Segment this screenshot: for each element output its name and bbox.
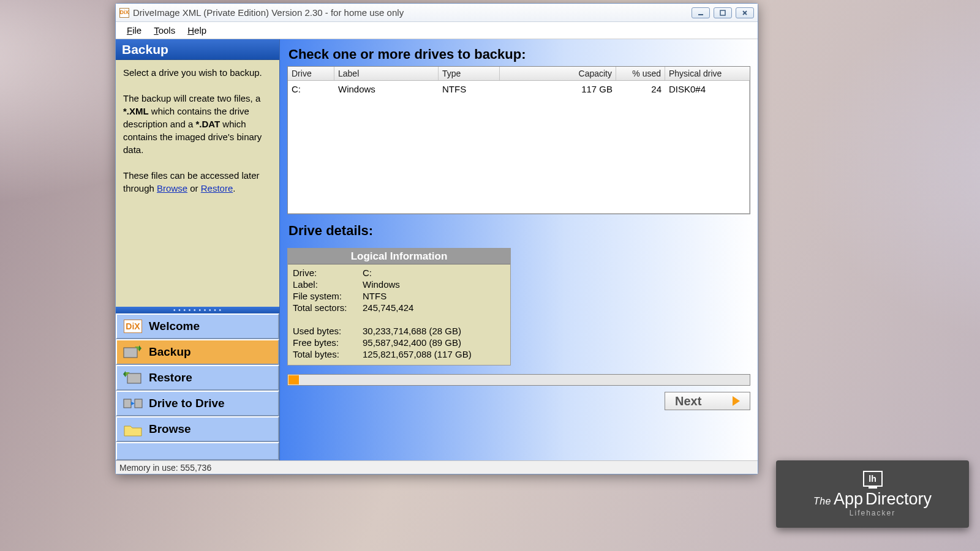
usage-progress-bar	[287, 374, 750, 386]
browse-icon	[122, 421, 144, 438]
progress-fill	[288, 375, 299, 384]
nav-restore[interactable]: Restore	[116, 365, 279, 391]
col-header-label[interactable]: Label	[334, 67, 439, 80]
minimize-button[interactable]	[692, 7, 710, 18]
backup-icon	[122, 343, 144, 361]
app-icon: DiX	[119, 8, 129, 18]
svg-rect-7	[135, 399, 142, 408]
table-header-row: Drive Label Type Capacity % used Physica…	[288, 67, 750, 81]
status-bar: Memory in use: 555,736	[116, 460, 758, 474]
nav-browse[interactable]: Browse	[116, 416, 279, 442]
window-title: DriveImage XML (Private Edition) Version…	[133, 7, 404, 18]
col-header-drive[interactable]: Drive	[288, 67, 334, 80]
sidebar-description: Select a drive you wish to backup. The b…	[116, 60, 279, 201]
col-header-type[interactable]: Type	[439, 67, 500, 80]
sidebar: Backup Select a drive you wish to backup…	[116, 39, 280, 460]
monitor-icon: lh	[863, 471, 883, 487]
drives-heading: Check one or more drives to backup:	[288, 47, 750, 62]
browse-link[interactable]: Browse	[157, 183, 187, 193]
svg-rect-1	[720, 10, 725, 15]
nav-welcome[interactable]: DiX Welcome	[116, 313, 279, 339]
drive-to-drive-icon	[122, 395, 144, 412]
svg-rect-6	[124, 399, 131, 408]
maximize-button[interactable]	[714, 7, 732, 18]
col-header-pct-used[interactable]: % used	[616, 67, 665, 80]
restore-icon	[122, 369, 144, 386]
menu-help[interactable]: Help	[183, 24, 211, 37]
main-panel: Check one or more drives to backup: Driv…	[280, 39, 758, 460]
menubar: File Tools Help	[116, 22, 758, 39]
menu-tools[interactable]: Tools	[149, 24, 180, 37]
table-row[interactable]: C: Windows NTFS 117 GB 24 DISK0#4	[288, 81, 750, 97]
svg-rect-4	[124, 348, 137, 358]
sidebar-header: Backup	[116, 39, 279, 60]
svg-rect-5	[127, 373, 141, 383]
restore-link[interactable]: Restore	[201, 183, 233, 193]
next-button[interactable]: Next	[665, 392, 750, 410]
drive-details-box: Logical Information Drive:C: Label:Windo…	[287, 248, 511, 365]
watermark-badge: lh The App Directory Lifehacker	[776, 460, 969, 528]
application-window: DiX DriveImage XML (Private Edition) Ver…	[115, 3, 758, 474]
welcome-icon: DiX	[122, 318, 144, 335]
menu-file[interactable]: File	[122, 24, 146, 37]
nav-list: DiX Welcome Backup Restore	[116, 313, 279, 460]
nav-drive-to-drive[interactable]: Drive to Drive	[116, 391, 279, 416]
close-button[interactable]	[736, 7, 754, 18]
details-heading: Drive details:	[288, 223, 750, 239]
nav-backup[interactable]: Backup	[116, 339, 279, 365]
col-header-capacity[interactable]: Capacity	[500, 67, 616, 80]
drives-table[interactable]: Drive Label Type Capacity % used Physica…	[287, 66, 750, 214]
titlebar[interactable]: DiX DriveImage XML (Private Edition) Ver…	[116, 4, 758, 22]
memory-status: Memory in use: 555,736	[119, 463, 211, 473]
nav-footer	[116, 442, 279, 460]
arrow-right-icon	[733, 396, 740, 406]
sidebar-resize-handle[interactable]: • • • • • • • • • •	[116, 307, 279, 313]
details-header: Logical Information	[288, 249, 510, 264]
col-header-physical-drive[interactable]: Physical drive	[665, 67, 750, 80]
